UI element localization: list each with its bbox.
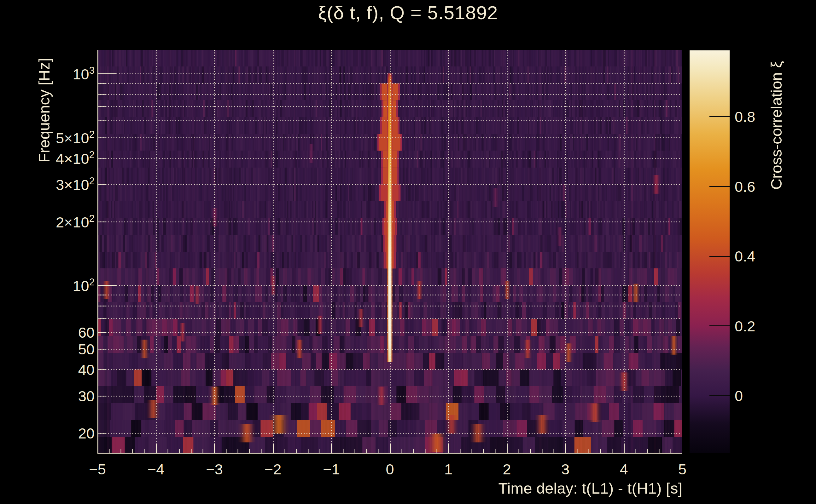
y-tick-label: 20 — [78, 424, 95, 442]
y-tick-label: 50 — [78, 340, 95, 358]
colorbar-tick-label: 0 — [735, 387, 743, 404]
colorbar-tick — [710, 116, 730, 117]
x-tick-label: 3 — [561, 461, 569, 478]
y-tick-label: 40 — [78, 361, 95, 378]
colorbar-tick — [710, 186, 730, 187]
cross-correlation-plot: ξ(δ t, f), Q = 5.51892 Frequency [Hz] Ti… — [0, 0, 816, 504]
y-tick-label: 60 — [78, 324, 95, 341]
y-tick-label: 103 — [72, 65, 95, 83]
colorbar-tick — [710, 256, 730, 257]
colorbar-tick — [710, 325, 730, 326]
chart-title: ξ(δ t, f), Q = 5.51892 — [0, 2, 816, 24]
y-tick-label: 4×102 — [56, 149, 95, 167]
x-tick-label: −5 — [89, 461, 106, 478]
colorbar-tick-label: 0.2 — [735, 317, 755, 335]
colorbar-tick-label: 0.4 — [735, 248, 755, 265]
x-tick-label: 0 — [386, 461, 394, 478]
colorbar-gradient — [690, 50, 730, 453]
colorbar-title: Cross-correlation ξ — [767, 61, 785, 190]
x-tick-label: 5 — [678, 461, 687, 478]
y-tick-label: 2×102 — [56, 213, 95, 231]
x-tick-label: −1 — [323, 461, 340, 478]
y-tick-label: 102 — [72, 276, 95, 294]
x-axis-title: Time delay: t(L1) - t(H1) [s] — [498, 479, 682, 497]
y-tick-label: 30 — [78, 387, 95, 404]
x-tick-label: 4 — [620, 461, 628, 478]
x-tick-label: −2 — [265, 461, 282, 478]
x-tick-label: 1 — [444, 461, 452, 478]
colorbar-tick-label: 0.8 — [735, 108, 755, 125]
colorbar-tick — [710, 395, 730, 396]
y-axis-title: Frequency [Hz] — [35, 58, 53, 163]
y-tick-label: 3×102 — [56, 175, 95, 193]
heatmap-canvas — [97, 50, 682, 454]
y-tick-label: 5×102 — [56, 129, 95, 146]
colorbar-tick-label: 0.6 — [735, 178, 755, 195]
x-tick-label: 2 — [503, 461, 511, 478]
x-tick-label: −4 — [147, 461, 164, 478]
x-tick-label: −3 — [206, 461, 223, 478]
